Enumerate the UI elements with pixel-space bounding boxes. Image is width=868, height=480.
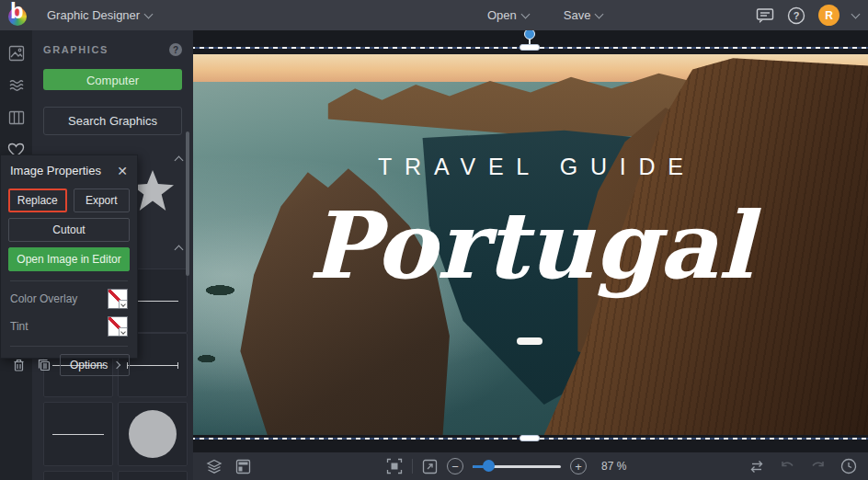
- help-icon[interactable]: ?: [787, 6, 805, 25]
- image-properties-title: Image Properties: [10, 164, 101, 177]
- line-shape: [52, 434, 104, 435]
- image-manager-icon[interactable]: [6, 43, 27, 63]
- portugal-photo[interactable]: TRAVEL GUIDE Portugal: [193, 54, 868, 435]
- divider: [412, 459, 413, 474]
- chevron-right-icon: [113, 361, 120, 369]
- panel-scrollbar[interactable]: [186, 131, 189, 276]
- color-overlay-swatch[interactable]: [108, 289, 128, 309]
- zoom-out-button[interactable]: −: [447, 458, 463, 474]
- user-avatar[interactable]: R: [818, 5, 839, 26]
- app-window: b Graphic Designer Open Save: [0, 0, 868, 480]
- redo-icon[interactable]: [810, 460, 826, 473]
- undo-icon[interactable]: [780, 460, 795, 473]
- layers-icon[interactable]: [206, 459, 223, 474]
- zoom-in-button[interactable]: +: [570, 458, 587, 474]
- app-mode-label: Graphic Designer: [47, 8, 140, 22]
- travel-guide-text: TRAVEL GUIDE: [193, 154, 868, 180]
- chevron-down-icon: [520, 9, 530, 18]
- graphics-panel-title: GRAPHICS: [43, 44, 108, 55]
- compare-toggle-icon[interactable]: [748, 460, 765, 474]
- export-button[interactable]: Export: [74, 189, 131, 212]
- options-button[interactable]: Options: [60, 354, 130, 376]
- tint-label: Tint: [10, 320, 29, 333]
- fit-to-screen-icon[interactable]: [386, 458, 403, 474]
- templates-columns-icon[interactable]: [6, 108, 27, 128]
- full-view-icon[interactable]: [422, 459, 438, 474]
- open-label: Open: [487, 8, 517, 22]
- shape-tile-line[interactable]: [43, 402, 113, 466]
- graphics-help-icon[interactable]: ?: [169, 43, 182, 56]
- collapse-section-icon[interactable]: [175, 246, 184, 255]
- bottom-toolbar: − + 87 %: [193, 452, 868, 480]
- app-mode-menu[interactable]: Graphic Designer: [38, 3, 161, 28]
- logo-letter: b: [10, 0, 24, 22]
- computer-upload-button[interactable]: Computer: [43, 69, 182, 90]
- replace-button[interactable]: Replace: [8, 189, 67, 212]
- portugal-script-text: Portugal: [193, 181, 868, 310]
- swatch-dropdown-icon: [119, 300, 127, 308]
- tint-swatch[interactable]: [108, 316, 128, 337]
- image-properties-panel: Image Properties ✕ Replace Export Cutout…: [0, 154, 138, 359]
- history-clock-icon[interactable]: [840, 458, 857, 474]
- zoom-slider[interactable]: [473, 460, 561, 473]
- chevron-down-icon: [144, 9, 154, 18]
- account-chevron-down-icon[interactable]: [851, 9, 861, 18]
- search-graphics-button[interactable]: Search Graphics: [43, 107, 182, 135]
- shape-tile-circle[interactable]: [118, 402, 188, 466]
- duplicate-icon[interactable]: [34, 355, 54, 375]
- save-label: Save: [564, 8, 591, 22]
- delete-trash-icon[interactable]: [8, 355, 29, 375]
- chevron-down-icon: [595, 9, 604, 18]
- top-bar: b Graphic Designer Open Save: [0, 0, 868, 30]
- save-menu[interactable]: Save: [554, 3, 612, 28]
- rotation-handle[interactable]: [524, 30, 535, 40]
- color-overlay-label: Color Overlay: [10, 292, 77, 305]
- options-label: Options: [70, 359, 108, 371]
- open-menu[interactable]: Open: [478, 3, 538, 28]
- canvas-manager-icon[interactable]: [235, 459, 251, 474]
- open-image-in-editor-button[interactable]: Open Image in Editor: [8, 247, 130, 271]
- shape-tile-rectangle[interactable]: [43, 471, 113, 480]
- befunky-logo-icon[interactable]: b: [8, 6, 29, 26]
- canvas-area[interactable]: TRAVEL GUIDE Portugal: [193, 30, 868, 452]
- close-icon[interactable]: ✕: [117, 165, 128, 177]
- resize-handle-bottom[interactable]: [520, 435, 540, 441]
- shape-tile-dashed-rectangle[interactable]: [118, 471, 188, 480]
- customize-waves-icon[interactable]: [6, 75, 27, 96]
- feedback-chat-icon[interactable]: [756, 7, 774, 24]
- circle-shape: [129, 410, 177, 458]
- svg-text:?: ?: [794, 10, 800, 21]
- avatar-initial: R: [825, 9, 833, 22]
- swatch-dropdown-icon: [119, 327, 127, 336]
- zoom-slider-knob[interactable]: [483, 460, 495, 472]
- cutout-button[interactable]: Cutout: [8, 218, 130, 242]
- resize-handle-top[interactable]: [520, 44, 540, 51]
- zoom-level-value: 87 %: [601, 460, 626, 473]
- underline-dash-shape: [517, 337, 542, 345]
